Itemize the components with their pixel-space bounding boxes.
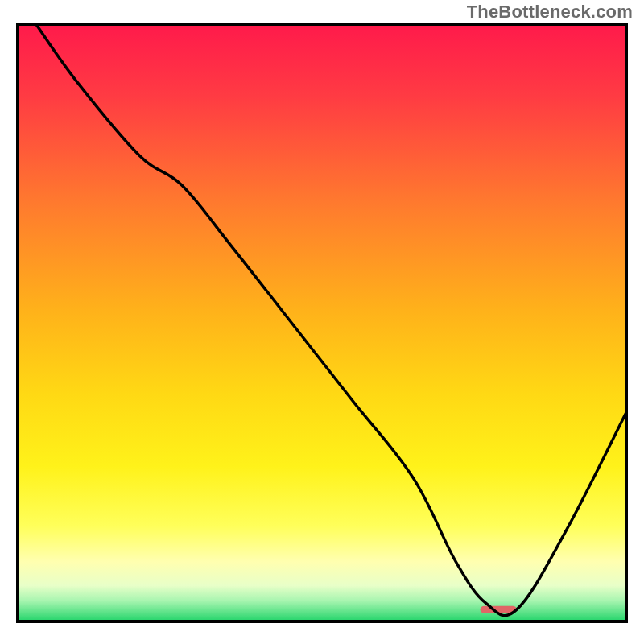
chart-svg bbox=[0, 0, 644, 644]
plot-background bbox=[18, 24, 626, 621]
watermark-text: TheBottleneck.com bbox=[467, 2, 633, 23]
chart-frame: TheBottleneck.com bbox=[0, 0, 644, 644]
